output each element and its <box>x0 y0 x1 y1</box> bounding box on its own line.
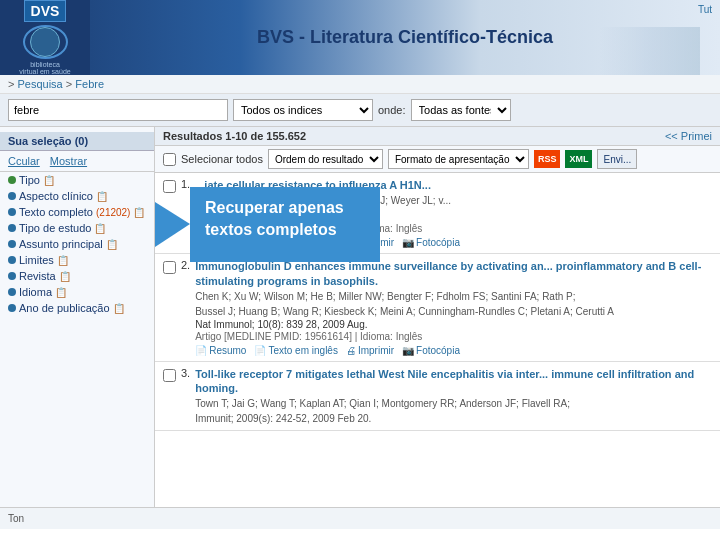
sidebar-item-tipo-label: Tipo <box>19 174 40 186</box>
result2-number: 2. <box>181 259 190 271</box>
sidebar-dot <box>8 208 16 216</box>
sidebar-item-limites[interactable]: Limites 📋 <box>0 252 154 268</box>
logo-text: bibliotecavirtual em saúde <box>19 61 70 75</box>
book-icon: 📋 <box>106 239 118 250</box>
sidebar-dot <box>8 272 16 280</box>
sidebar-dot <box>8 256 16 264</box>
result-item-2: 2. Immunoglobulin D enhances immune surv… <box>155 254 720 362</box>
header-center: BVS - Literatura Científico-Técnica <box>90 27 720 48</box>
breadcrumb-pesquisa[interactable]: Pesquisa <box>17 78 62 90</box>
breadcrumb: > Pesquisa > Febre <box>0 75 720 94</box>
result2-texto[interactable]: 📄 Texto em inglês <box>254 345 337 356</box>
result3-body: Toll-like receptor 7 mitigates lethal We… <box>195 367 712 426</box>
search-bar: Todos os indices onde: Todas as fontes <box>0 94 720 127</box>
breadcrumb-febre[interactable]: Febre <box>75 78 104 90</box>
book-icon: 📋 <box>55 287 67 298</box>
mostrar-button[interactable]: Mostrar <box>50 155 87 167</box>
result1-fotocopia[interactable]: 📷 Fotocópia <box>402 237 460 248</box>
result3-authors: Town T; Jai G; Wang T; Kaplan AT; Qian I… <box>195 397 712 410</box>
result1-authors: ...n SP; Krishnan MN; Feeley EM; Ryan BJ… <box>195 194 712 207</box>
main-layout: Sua seleção (0) Ccular Mostrar Tipo 📋 As… <box>0 127 720 507</box>
sidebar-item-idioma[interactable]: Idioma 📋 <box>0 284 154 300</box>
result2-imprimir[interactable]: 🖨 Imprimir <box>346 345 394 356</box>
result2-checkbox[interactable] <box>163 261 176 274</box>
fotocopia-icon: 📷 <box>402 345 414 356</box>
result1-extra: ...SJ <box>195 209 712 222</box>
footer-ton: Ton <box>8 513 24 524</box>
result2-journal: Nat Immunol; 10(8): 839 28, 2009 Aug. <box>195 319 712 330</box>
footer: Ton <box>0 507 720 529</box>
formato-select[interactable]: Formato de apresentação <box>388 149 529 169</box>
onde-label: onde: <box>378 104 406 116</box>
logo-area: DVS bibliotecavirtual em saúde <box>0 0 90 75</box>
result1-title[interactable]: ...iate cellular resistance to influenza… <box>195 178 712 192</box>
result3-authors2: Immunit; 2009(s): 242-52, 2009 Feb 20. <box>195 412 712 425</box>
sidebar-item-estudo-label: Tipo de estudo <box>19 222 91 234</box>
sidebar-dot <box>8 224 16 232</box>
dvs-badge: DVS <box>24 0 67 22</box>
search-input[interactable] <box>8 99 228 121</box>
result1-checkbox[interactable] <box>163 180 176 193</box>
sidebar-item-idioma-label: Idioma <box>19 286 52 298</box>
sidebar-item-estudo[interactable]: Tipo de estudo 📋 <box>0 220 154 236</box>
select-all-label: Selecionar todos <box>181 153 263 165</box>
result1-body: ...iate cellular resistance to influenza… <box>195 178 712 248</box>
logo-inner <box>30 27 60 57</box>
sidebar-dot <box>8 288 16 296</box>
rss-button[interactable]: RSS <box>534 150 561 168</box>
results-count: Resultados 1-10 de 155.652 <box>163 130 306 142</box>
enviar-button[interactable]: Envi... <box>597 149 637 169</box>
result2-title[interactable]: Immunoglobulin D enhances immune surveil… <box>195 259 712 288</box>
results-toolbar: Selecionar todos Ordem do resultado Form… <box>155 146 720 173</box>
ccular-button[interactable]: Ccular <box>8 155 40 167</box>
content-area: Resultados 1-10 de 155.652 << Primei Sel… <box>155 127 720 507</box>
tut-link[interactable]: Tut <box>698 3 712 15</box>
results-header: Resultados 1-10 de 155.652 << Primei <box>155 127 720 146</box>
sidebar-actions: Ccular Mostrar <box>0 151 154 172</box>
texto-icon: 📄 <box>254 237 266 248</box>
sidebar-item-texto[interactable]: Texto completo (21202) 📋 <box>0 204 154 220</box>
result2-authors2: Bussel J; Huang B; Wang R; Kiesbeck K; M… <box>195 305 712 318</box>
book-icon: 📋 <box>57 255 69 266</box>
result2-actions: 📄 Resumo 📄 Texto em inglês 🖨 Imprimir <box>195 345 712 356</box>
results-nav[interactable]: << Primei <box>665 130 712 142</box>
sidebar-item-revista[interactable]: Revista 📋 <box>0 268 154 284</box>
sidebar: Sua seleção (0) Ccular Mostrar Tipo 📋 As… <box>0 127 155 507</box>
result1-resumo[interactable]: 📄 Resumo <box>195 237 246 248</box>
result2-fotocopia[interactable]: 📷 Fotocópia <box>402 345 460 356</box>
sidebar-dot <box>8 192 16 200</box>
indices-select[interactable]: Todos os indices <box>233 99 373 121</box>
xml-button[interactable]: XML <box>565 150 592 168</box>
select-all-checkbox[interactable] <box>163 153 176 166</box>
result2-resumo[interactable]: 📄 Resumo <box>195 345 246 356</box>
sidebar-title: Sua seleção (0) <box>0 132 154 151</box>
result3-checkbox[interactable] <box>163 369 176 382</box>
book-icon: 📋 <box>43 175 55 186</box>
sidebar-item-ano[interactable]: Ano de publicação 📋 <box>0 300 154 316</box>
book-icon: 📋 <box>94 223 106 234</box>
sidebar-item-aspecto[interactable]: Aspecto clínico 📋 <box>0 188 154 204</box>
result2-body: Immunoglobulin D enhances immune surveil… <box>195 259 712 356</box>
result1-texto[interactable]: 📄 Texto em inglês <box>254 237 337 248</box>
print-icon: 🖨 <box>346 237 356 248</box>
book-icon: 📋 <box>133 207 145 218</box>
result2-type: Artigo [MEDLINE PMID: 19561614] | Idioma… <box>195 331 712 342</box>
result-item-1: 1. ...iate cellular resistance to influe… <box>155 173 720 254</box>
print-icon: 🖨 <box>346 345 356 356</box>
fontes-select[interactable]: Todas as fontes <box>411 99 511 121</box>
sidebar-dot <box>8 304 16 312</box>
sidebar-item-revista-label: Revista <box>19 270 56 282</box>
texto-icon: 📄 <box>254 345 266 356</box>
sidebar-item-aspecto-label: Aspecto clínico <box>19 190 93 202</box>
result1-imprimir[interactable]: 🖨 Imprimir <box>346 237 394 248</box>
logo-circle <box>23 25 68 59</box>
sidebar-item-texto-label: Texto completo <box>19 206 93 218</box>
result1-actions: 📄 Resumo 📄 Texto em inglês 🖨 Imprimir <box>195 237 712 248</box>
page-header: DVS bibliotecavirtual em saúde BVS - Lit… <box>0 0 720 75</box>
result1-number: 1. <box>181 178 190 190</box>
sidebar-item-assunto[interactable]: Assunto principal 📋 <box>0 236 154 252</box>
sidebar-item-limites-label: Limites <box>19 254 54 266</box>
result3-title[interactable]: Toll-like receptor 7 mitigates lethal We… <box>195 367 712 396</box>
sidebar-item-tipo[interactable]: Tipo 📋 <box>0 172 154 188</box>
ordem-select[interactable]: Ordem do resultado <box>268 149 383 169</box>
